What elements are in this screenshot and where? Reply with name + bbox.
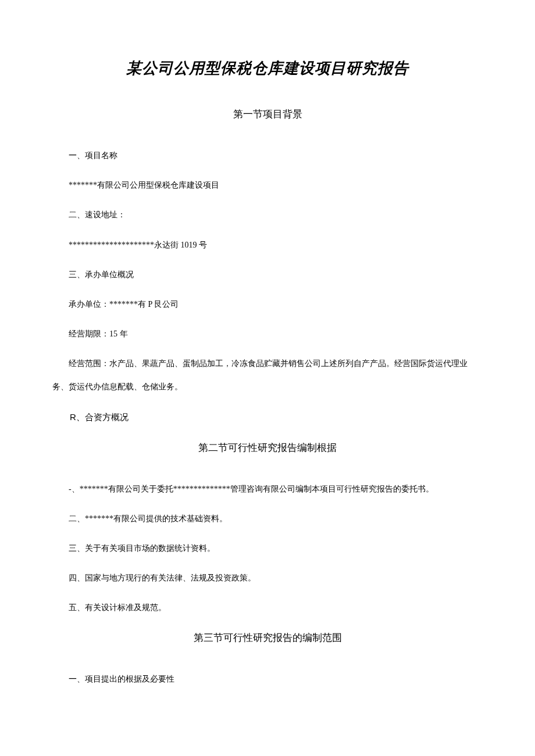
section2-p4: 四、国家与地方现行的有关法律、法规及投资政策。 bbox=[52, 567, 483, 589]
section3-p1: 一、项目提出的根据及必要性 bbox=[52, 668, 483, 690]
section1-p5: 三、承办单位概况 bbox=[52, 263, 483, 286]
section1-p8: 经营范围：水产品、果蔬产品、蛋制品加工，冷冻食品贮藏并销售公司上述所列自产产品。… bbox=[52, 352, 483, 397]
section1-p6: 承办单位：*******有 P 艮公司 bbox=[52, 293, 483, 316]
section2-p2: 二、*******有限公司提供的技术基础资料。 bbox=[52, 507, 483, 530]
section1-p1: 一、项目名称 bbox=[52, 144, 483, 167]
document-title: 某公司公用型保税仓库建设项目研究报告 bbox=[52, 58, 483, 78]
section1-p4: *********************永达街 1019 号 bbox=[52, 234, 483, 256]
section1-p7: 经营期限：15 年 bbox=[52, 323, 483, 345]
section1-p3: 二、速设地址： bbox=[52, 203, 483, 226]
section2-p3: 三、关于有关项目市场的数据统计资料。 bbox=[52, 537, 483, 560]
section2-p5: 五、有关设计标准及规范。 bbox=[52, 596, 483, 619]
section-3-header: 第三节可行性研究报告的编制范围 bbox=[52, 631, 483, 644]
section-1-header: 第一节项目背景 bbox=[52, 108, 483, 121]
section1-p9: R、合资方概况 bbox=[52, 405, 483, 429]
section1-p2: *******有限公司公用型保税仓库建设项目 bbox=[52, 174, 483, 196]
section-2-header: 第二节可行性研究报告编制根据 bbox=[52, 441, 483, 454]
section2-p1: -、*******有限公司关于委托**************管理咨询有限公司编… bbox=[52, 478, 483, 500]
